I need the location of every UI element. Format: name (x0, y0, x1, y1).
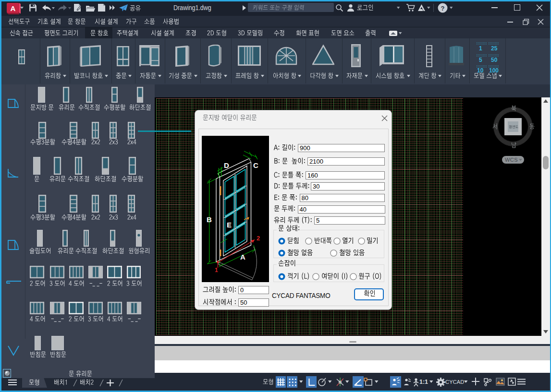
svg-text:C: C (253, 161, 258, 169)
svg-text:E: E (227, 221, 232, 229)
svg-text:1: 1 (215, 267, 218, 273)
svg-text:2: 2 (257, 235, 260, 242)
svg-text:A: A (240, 253, 245, 261)
svg-text:B: B (207, 215, 212, 224)
svg-text:D: D (224, 161, 229, 169)
svg-text:?: ? (441, 5, 445, 12)
svg-text:A: A (11, 4, 16, 12)
